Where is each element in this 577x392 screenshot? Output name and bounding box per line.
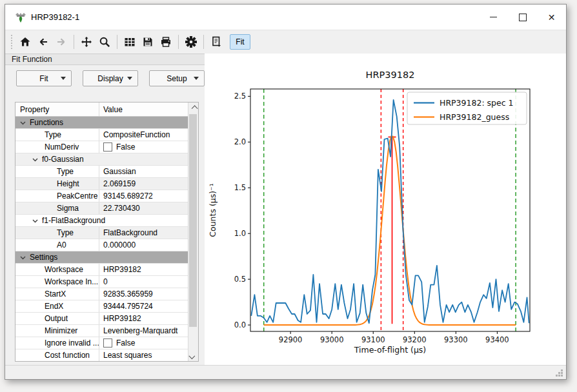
zoom-button[interactable]: [96, 34, 114, 50]
property-name: Type: [15, 129, 99, 141]
property-row-type[interactable]: TypeFlatBackground: [15, 227, 188, 239]
property-name: Height: [15, 178, 99, 190]
x-tick-label: 93400: [485, 335, 509, 344]
chevron-down-icon: [127, 77, 132, 80]
group-label: Functions: [15, 117, 188, 128]
checkbox[interactable]: [103, 338, 112, 348]
property-row-sigma[interactable]: Sigma22.730430: [15, 202, 188, 215]
property-name: NumDeriv: [15, 141, 99, 153]
property-row-type[interactable]: TypeGaussian: [15, 166, 188, 178]
property-name: Output: [15, 313, 99, 324]
property-value[interactable]: 0: [103, 277, 108, 286]
property-row-workspace-in-[interactable]: Workspace In...0: [15, 276, 188, 288]
forward-button[interactable]: [52, 34, 70, 50]
back-button[interactable]: [34, 34, 52, 50]
scroll-up-button[interactable]: [188, 103, 197, 113]
generate-script-button[interactable]: [207, 34, 225, 50]
resize-grip[interactable]: [556, 369, 563, 377]
save-button[interactable]: [139, 34, 157, 50]
property-row-height[interactable]: Height2.069159: [15, 178, 188, 190]
property-value[interactable]: 93444.795724: [103, 302, 153, 311]
toolbar-separator: [117, 35, 117, 49]
property-row-a0[interactable]: A00.000000: [15, 239, 188, 251]
close-icon: ✕: [548, 13, 556, 22]
legend-entry-label: HRP39182: spec 1: [440, 98, 514, 108]
plot-canvas[interactable]: 9290093000931009320093300934000.00.51.01…: [205, 54, 566, 365]
customize-icon: [185, 36, 197, 48]
property-value[interactable]: 92835.365959: [103, 289, 153, 299]
property-value[interactable]: CompositeFunction: [103, 130, 170, 139]
y-tick-label: 2.0: [234, 137, 246, 146]
maximize-icon: [519, 14, 527, 21]
scrollbar-thumb[interactable]: [189, 114, 197, 327]
property-row-type[interactable]: TypeCompositeFunction: [15, 129, 188, 141]
toolbar-drag-handle[interactable]: [10, 35, 14, 49]
grid-icon: [124, 36, 136, 48]
fit-menu-button[interactable]: Fit: [16, 70, 72, 86]
group-row-settings[interactable]: Settings: [15, 251, 188, 264]
property-row-startx[interactable]: StartX92835.365959: [15, 288, 188, 300]
minimize-button[interactable]: [479, 5, 508, 30]
property-row-endx[interactable]: EndX93444.795724: [15, 300, 188, 313]
property-value[interactable]: HRP39182: [103, 265, 141, 274]
property-row-peakcentre[interactable]: PeakCentre93145.689272: [15, 190, 188, 202]
property-name: Minimizer: [15, 325, 99, 337]
maximize-button[interactable]: [508, 5, 537, 30]
property-name: Type: [15, 227, 99, 239]
customize-button[interactable]: [182, 34, 200, 50]
property-row-numderiv[interactable]: NumDerivFalse: [15, 141, 188, 153]
property-value[interactable]: 22.730430: [103, 204, 140, 213]
checkbox-label: False: [116, 142, 135, 152]
y-tick-label: 0.0: [234, 320, 246, 329]
toolbar-separator: [74, 35, 74, 49]
property-value[interactable]: Levenberg-Marquardt: [103, 326, 177, 335]
grid-button[interactable]: [121, 34, 139, 50]
setup-menu-button[interactable]: Setup: [149, 70, 205, 86]
y-tick-label: 1.0: [234, 229, 246, 238]
column-header-value[interactable]: Value: [99, 103, 188, 116]
pan-icon: [81, 36, 92, 48]
zoom-icon: [99, 36, 110, 48]
x-tick-label: 93300: [444, 335, 468, 344]
display-menu-button[interactable]: Display: [83, 70, 138, 86]
x-tick-label: 93000: [320, 335, 344, 344]
property-name: EndX: [15, 300, 99, 312]
property-value[interactable]: 2.069159: [103, 179, 136, 188]
scroll-down-button[interactable]: [188, 350, 197, 361]
checkbox[interactable]: [103, 142, 112, 152]
property-name: A0: [15, 239, 99, 251]
close-button[interactable]: ✕: [537, 5, 566, 30]
property-value[interactable]: Gaussian: [103, 167, 136, 176]
property-value[interactable]: 93145.689272: [103, 191, 153, 201]
chevron-down-icon: [32, 219, 38, 223]
table-scrollbar[interactable]: [188, 103, 198, 361]
property-value[interactable]: HRP39182: [103, 314, 141, 323]
property-row-output[interactable]: OutputHRP39182: [15, 313, 188, 325]
group-row-f1-flatbackground[interactable]: f1-FlatBackground: [15, 215, 188, 227]
group-row-f0-gaussian[interactable]: f0-Gaussian: [15, 153, 188, 166]
chart-title: HRP39182: [366, 70, 415, 80]
group-row-functions[interactable]: Functions: [15, 117, 188, 129]
property-row-workspace[interactable]: WorkspaceHRP39182: [15, 264, 188, 276]
property-name: Sigma: [15, 202, 99, 214]
chevron-down-icon: [61, 77, 66, 80]
title-bar[interactable]: HRP39182-1 ✕: [5, 5, 566, 30]
save-icon: [142, 36, 154, 48]
print-button[interactable]: [157, 34, 175, 50]
property-row-ignore-invalid-[interactable]: Ignore invalid ...False: [15, 337, 188, 349]
checkbox-label: False: [116, 338, 135, 348]
fit-preview-chart[interactable]: 9290093000931009320093300934000.00.51.01…: [205, 54, 566, 367]
property-value[interactable]: Least squares: [103, 351, 152, 360]
pan-button[interactable]: [77, 34, 96, 50]
group-label: Settings: [15, 251, 188, 263]
home-button[interactable]: [16, 34, 34, 50]
fit-toggle-button[interactable]: Fit: [230, 34, 250, 50]
property-name: Cost function: [15, 349, 99, 361]
property-value[interactable]: 0.000000: [103, 240, 136, 250]
property-row-minimizer[interactable]: MinimizerLevenberg-Marquardt: [15, 325, 188, 337]
forward-icon: [56, 36, 67, 48]
property-value[interactable]: FlatBackground: [103, 228, 157, 237]
property-row-cost-function[interactable]: Cost functionLeast squares: [15, 349, 188, 361]
column-header-property[interactable]: Property: [15, 103, 99, 116]
y-tick-label: 2.5: [234, 92, 246, 101]
